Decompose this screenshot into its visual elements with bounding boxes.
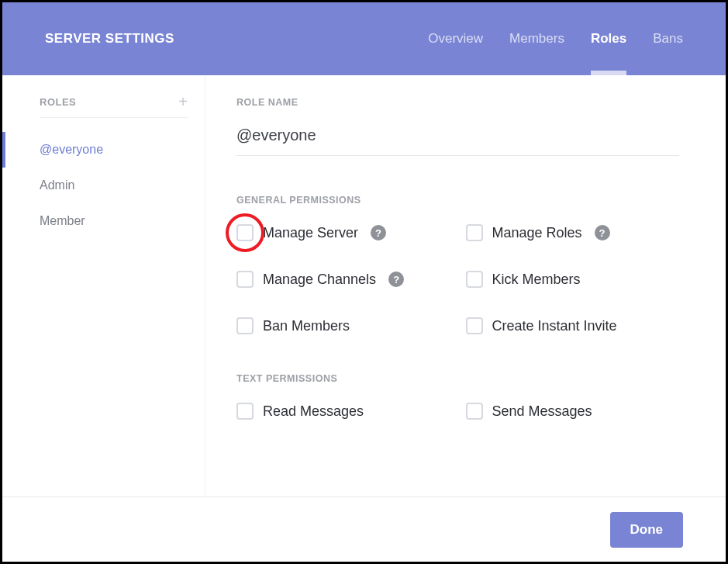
perm-label: Send Messages [492,403,592,420]
sidebar-item-admin[interactable]: Admin [2,168,205,203]
perm-label: Create Instant Invite [492,318,617,334]
perm-ban-members: Ban Members [236,317,450,334]
perm-manage-server: Manage Server ? [236,224,450,241]
page-title: SERVER SETTINGS [45,31,174,47]
permissions-grid: Manage Server ? Manage Roles ? Manage Ch… [236,224,679,334]
sidebar-item-label: @everyone [40,143,103,156]
section-heading: GENERAL PERMISSIONS [236,195,679,206]
perm-send-messages: Send Messages [466,403,680,420]
perm-label: Read Messages [263,403,364,420]
checkbox-send-messages[interactable] [466,403,483,420]
checkbox-create-instant-invite[interactable] [466,317,483,334]
sidebar-heading: ROLES [40,96,76,108]
help-icon[interactable]: ? [595,225,610,240]
checkbox-kick-members[interactable] [466,271,483,288]
perm-label: Manage Channels [263,272,376,288]
tab-bans[interactable]: Bans [653,2,683,75]
add-role-icon[interactable]: + [178,94,188,109]
perm-label: Kick Members [492,272,581,288]
sidebar-header: ROLES + [2,94,205,117]
text-permissions-section: TEXT PERMISSIONS Read Messages Send Mess… [236,373,679,420]
perm-label: Manage Roles [492,225,582,241]
main-content: ROLE NAME GENERAL PERMISSIONS Manage Ser… [205,75,726,497]
sidebar: ROLES + @everyone Admin Member [2,75,205,497]
checkbox-manage-channels[interactable] [236,271,254,288]
perm-create-instant-invite: Create Instant Invite [466,317,680,334]
general-permissions-section: GENERAL PERMISSIONS Manage Server ? Mana… [236,195,679,334]
checkbox-manage-roles[interactable] [466,224,483,241]
sidebar-item-label: Member [40,214,85,227]
tab-roles[interactable]: Roles [591,2,626,75]
checkbox-ban-members[interactable] [236,317,254,334]
perm-label: Manage Server [263,225,358,241]
tab-members[interactable]: Members [509,2,564,75]
perm-label: Ban Members [263,318,350,334]
permissions-grid: Read Messages Send Messages [236,403,679,420]
role-name-label: ROLE NAME [236,97,679,108]
checkbox-read-messages[interactable] [236,403,254,420]
body: ROLES + @everyone Admin Member ROLE NAME… [2,75,726,497]
tab-overview[interactable]: Overview [428,2,483,75]
perm-read-messages: Read Messages [236,403,450,420]
sidebar-item-everyone[interactable]: @everyone [2,132,205,168]
footer: Done [2,497,726,562]
perm-manage-channels: Manage Channels ? [236,271,450,288]
sidebar-item-member[interactable]: Member [2,203,205,239]
sidebar-item-label: Admin [40,178,74,192]
checkbox-manage-server[interactable] [236,224,254,241]
done-button[interactable]: Done [610,512,684,548]
sidebar-divider [40,117,188,118]
help-icon[interactable]: ? [388,272,404,287]
nav-tabs: Overview Members Roles Bans [428,2,683,75]
role-name-input[interactable] [236,122,679,156]
section-heading: TEXT PERMISSIONS [236,373,679,384]
settings-window: SERVER SETTINGS Overview Members Roles B… [0,0,728,564]
perm-manage-roles: Manage Roles ? [466,224,680,241]
header: SERVER SETTINGS Overview Members Roles B… [2,2,726,75]
perm-kick-members: Kick Members [466,271,680,288]
help-icon[interactable]: ? [371,225,386,240]
